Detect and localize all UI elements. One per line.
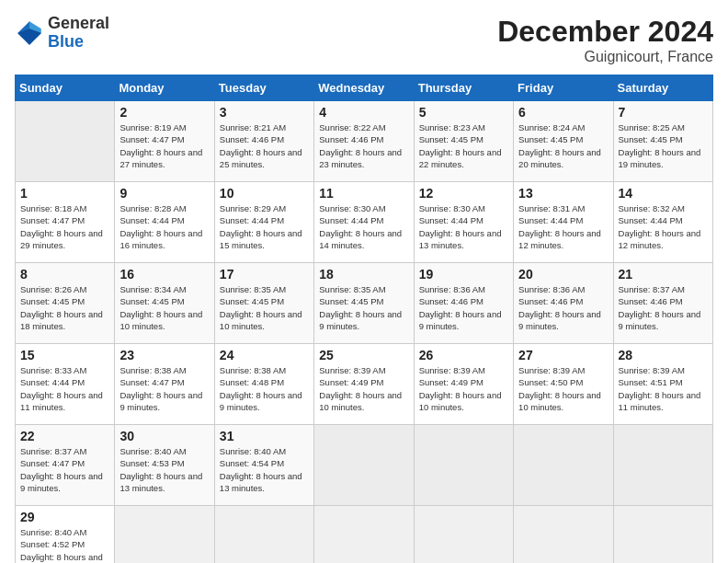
day-number: 26	[419, 348, 508, 362]
day-info: Sunrise: 8:29 AMSunset: 4:44 PMDaylight:…	[220, 203, 302, 250]
day-info: Sunrise: 8:39 AMSunset: 4:50 PMDaylight:…	[518, 365, 601, 412]
day-number: 13	[518, 186, 608, 201]
table-row: 31Sunrise: 8:40 AMSunset: 4:54 PMDayligh…	[214, 425, 313, 506]
day-info: Sunrise: 8:28 AMSunset: 4:44 PMDaylight:…	[119, 203, 202, 250]
weekday-header-row: Sunday Monday Tuesday Wednesday Thursday…	[16, 75, 713, 101]
weekday-thursday: Thursday	[414, 75, 513, 101]
day-info: Sunrise: 8:40 AMSunset: 4:54 PMDaylight:…	[220, 446, 302, 493]
day-info: Sunrise: 8:25 AMSunset: 4:45 PMDaylight:…	[619, 122, 701, 169]
day-number: 18	[319, 267, 408, 282]
table-row: 21Sunrise: 8:37 AMSunset: 4:46 PMDayligh…	[613, 263, 712, 344]
day-number: 19	[419, 267, 508, 282]
table-row: 20Sunrise: 8:36 AMSunset: 4:46 PMDayligh…	[514, 263, 613, 344]
day-number: 8	[20, 267, 109, 282]
table-row: 5Sunrise: 8:23 AMSunset: 4:45 PMDaylight…	[414, 101, 513, 182]
table-row: 24Sunrise: 8:38 AMSunset: 4:48 PMDayligh…	[214, 344, 313, 425]
day-number: 30	[119, 429, 209, 443]
table-row	[214, 506, 313, 564]
day-info: Sunrise: 8:35 AMSunset: 4:45 PMDaylight:…	[220, 284, 302, 331]
day-number: 28	[619, 348, 708, 362]
table-row: 19Sunrise: 8:36 AMSunset: 4:46 PMDayligh…	[414, 263, 513, 344]
day-info: Sunrise: 8:40 AMSunset: 4:53 PMDaylight:…	[119, 446, 202, 493]
table-row	[514, 506, 613, 564]
calendar-week-row: 8Sunrise: 8:26 AMSunset: 4:45 PMDaylight…	[16, 263, 713, 344]
day-number: 9	[119, 186, 209, 201]
page-header: General Blue December 2024 Guignicourt, …	[15, 15, 713, 65]
day-number: 6	[518, 105, 608, 120]
calendar-week-row: 2Sunrise: 8:19 AMSunset: 4:47 PMDaylight…	[16, 101, 713, 182]
day-info: Sunrise: 8:30 AMSunset: 4:44 PMDaylight:…	[319, 203, 402, 250]
day-info: Sunrise: 8:34 AMSunset: 4:45 PMDaylight:…	[119, 284, 202, 331]
table-row: 13Sunrise: 8:31 AMSunset: 4:44 PMDayligh…	[514, 182, 613, 263]
day-info: Sunrise: 8:35 AMSunset: 4:45 PMDaylight:…	[319, 284, 402, 331]
table-row: 12Sunrise: 8:30 AMSunset: 4:44 PMDayligh…	[414, 182, 513, 263]
day-info: Sunrise: 8:37 AMSunset: 4:47 PMDaylight:…	[20, 446, 103, 493]
table-row: 3Sunrise: 8:21 AMSunset: 4:46 PMDaylight…	[214, 101, 313, 182]
table-row: 27Sunrise: 8:39 AMSunset: 4:50 PMDayligh…	[514, 344, 613, 425]
day-number: 23	[119, 348, 209, 362]
day-info: Sunrise: 8:30 AMSunset: 4:44 PMDaylight:…	[419, 203, 502, 250]
day-number: 3	[220, 105, 309, 120]
logo: General Blue	[15, 15, 109, 52]
day-number: 20	[518, 267, 608, 282]
day-info: Sunrise: 8:32 AMSunset: 4:44 PMDaylight:…	[619, 203, 701, 250]
table-row	[16, 101, 115, 182]
table-row: 1Sunrise: 8:18 AMSunset: 4:47 PMDaylight…	[16, 182, 115, 263]
day-number: 25	[319, 348, 408, 362]
table-row: 14Sunrise: 8:32 AMSunset: 4:44 PMDayligh…	[613, 182, 712, 263]
table-row: 4Sunrise: 8:22 AMSunset: 4:46 PMDaylight…	[314, 101, 414, 182]
month-title: December 2024	[497, 15, 713, 49]
table-row: 10Sunrise: 8:29 AMSunset: 4:44 PMDayligh…	[214, 182, 313, 263]
table-row: 7Sunrise: 8:25 AMSunset: 4:45 PMDaylight…	[613, 101, 712, 182]
table-row: 23Sunrise: 8:38 AMSunset: 4:47 PMDayligh…	[115, 344, 214, 425]
day-number: 21	[619, 267, 708, 282]
calendar-table: Sunday Monday Tuesday Wednesday Thursday…	[15, 75, 713, 563]
day-number: 22	[20, 429, 109, 443]
day-number: 16	[119, 267, 209, 282]
weekday-tuesday: Tuesday	[214, 75, 313, 101]
weekday-wednesday: Wednesday	[314, 75, 414, 101]
table-row	[314, 506, 414, 564]
day-number: 14	[619, 186, 708, 201]
table-row: 25Sunrise: 8:39 AMSunset: 4:49 PMDayligh…	[314, 344, 414, 425]
day-number: 12	[419, 186, 508, 201]
table-row: 30Sunrise: 8:40 AMSunset: 4:53 PMDayligh…	[115, 425, 214, 506]
weekday-monday: Monday	[115, 75, 214, 101]
day-info: Sunrise: 8:38 AMSunset: 4:48 PMDaylight:…	[220, 365, 302, 412]
day-info: Sunrise: 8:36 AMSunset: 4:46 PMDaylight:…	[419, 284, 502, 331]
title-block: December 2024 Guignicourt, France	[497, 15, 713, 65]
day-info: Sunrise: 8:39 AMSunset: 4:51 PMDaylight:…	[619, 365, 701, 412]
weekday-sunday: Sunday	[16, 75, 115, 101]
day-number: 17	[220, 267, 309, 282]
day-number: 15	[20, 348, 109, 362]
table-row: 6Sunrise: 8:24 AMSunset: 4:45 PMDaylight…	[514, 101, 613, 182]
logo-icon	[15, 18, 44, 48]
day-info: Sunrise: 8:33 AMSunset: 4:44 PMDaylight:…	[20, 365, 103, 412]
table-row	[414, 425, 513, 506]
weekday-friday: Friday	[514, 75, 613, 101]
location-title: Guignicourt, France	[497, 49, 713, 65]
day-info: Sunrise: 8:22 AMSunset: 4:46 PMDaylight:…	[319, 122, 402, 169]
table-row: 29Sunrise: 8:40 AMSunset: 4:52 PMDayligh…	[16, 506, 115, 564]
table-row	[414, 506, 513, 564]
day-number: 10	[220, 186, 309, 201]
day-info: Sunrise: 8:39 AMSunset: 4:49 PMDaylight:…	[319, 365, 402, 412]
day-info: Sunrise: 8:38 AMSunset: 4:47 PMDaylight:…	[119, 365, 202, 412]
calendar-week-row: 22Sunrise: 8:37 AMSunset: 4:47 PMDayligh…	[16, 425, 713, 506]
day-info: Sunrise: 8:39 AMSunset: 4:49 PMDaylight:…	[419, 365, 502, 412]
calendar-body: 2Sunrise: 8:19 AMSunset: 4:47 PMDaylight…	[16, 101, 713, 564]
calendar-week-row: 15Sunrise: 8:33 AMSunset: 4:44 PMDayligh…	[16, 344, 713, 425]
day-info: Sunrise: 8:18 AMSunset: 4:47 PMDaylight:…	[20, 203, 103, 250]
day-info: Sunrise: 8:40 AMSunset: 4:52 PMDaylight:…	[20, 527, 103, 563]
day-info: Sunrise: 8:23 AMSunset: 4:45 PMDaylight:…	[419, 122, 502, 169]
day-info: Sunrise: 8:36 AMSunset: 4:46 PMDaylight:…	[518, 284, 601, 331]
table-row	[613, 506, 712, 564]
day-number: 1	[20, 186, 109, 201]
logo-text: General Blue	[48, 15, 109, 52]
table-row	[314, 425, 414, 506]
table-row: 17Sunrise: 8:35 AMSunset: 4:45 PMDayligh…	[214, 263, 313, 344]
table-row: 16Sunrise: 8:34 AMSunset: 4:45 PMDayligh…	[115, 263, 214, 344]
table-row: 26Sunrise: 8:39 AMSunset: 4:49 PMDayligh…	[414, 344, 513, 425]
table-row: 15Sunrise: 8:33 AMSunset: 4:44 PMDayligh…	[16, 344, 115, 425]
table-row	[115, 506, 214, 564]
